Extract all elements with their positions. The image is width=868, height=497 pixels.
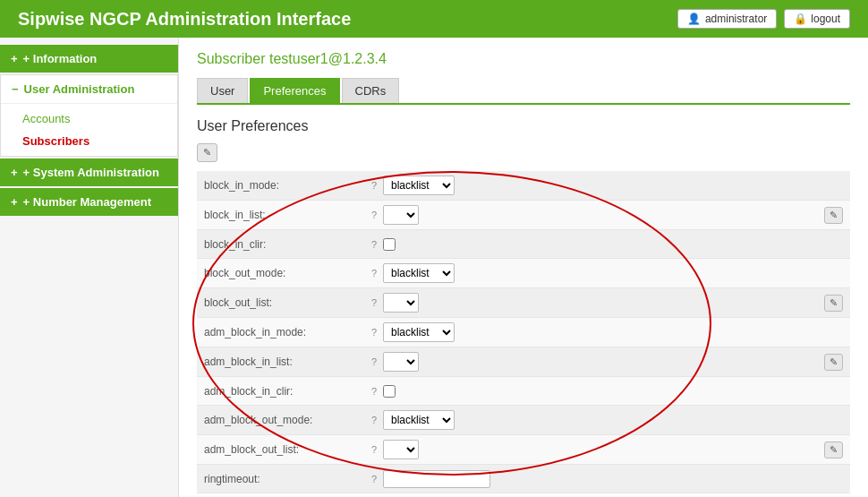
pref-help-adm-block-out-list: ? bbox=[365, 444, 383, 455]
number-mgmt-label: + Number Management bbox=[23, 195, 151, 209]
pref-control-adm-block-in-mode: blacklist whitelist bbox=[383, 322, 807, 342]
pref-help-adm-block-in-list: ? bbox=[365, 356, 383, 367]
pref-checkbox-block-in-clir[interactable] bbox=[383, 238, 396, 251]
tab-user[interactable]: User bbox=[197, 78, 248, 103]
pref-select-adm-block-out-mode[interactable]: blacklist whitelist bbox=[383, 410, 455, 430]
preferences-container: block_in_mode: ? blacklist whitelist blo… bbox=[197, 171, 850, 493]
information-label: + Information bbox=[23, 52, 98, 65]
pref-select-block-out-list[interactable] bbox=[383, 293, 419, 313]
action-btn-block-out-list[interactable]: ✎ bbox=[824, 295, 843, 312]
pref-label-adm-block-out-list: adm_block_out_list: bbox=[204, 443, 365, 456]
pref-action-adm-block-in-list: ✎ bbox=[807, 354, 843, 371]
logout-button[interactable]: 🔒 logout bbox=[784, 9, 850, 29]
tab-cdrs[interactable]: CDRs bbox=[342, 78, 400, 103]
pref-control-block-out-mode: blacklist whitelist bbox=[383, 263, 807, 283]
pref-row-adm-block-out-list: adm_block_out_list: ? ✎ bbox=[197, 435, 850, 465]
pref-row-adm-block-in-clir: adm_block_in_clir: ? bbox=[197, 377, 850, 406]
user-display: 👤 administrator bbox=[677, 9, 777, 29]
pref-control-block-in-list bbox=[383, 205, 807, 225]
pref-control-adm-block-out-mode: blacklist whitelist bbox=[383, 410, 807, 430]
pref-select-adm-block-in-mode[interactable]: blacklist whitelist bbox=[383, 322, 455, 342]
pref-label-block-out-mode: block_out_mode: bbox=[204, 267, 365, 279]
pref-row-block-in-clir: block_in_clir: ? bbox=[197, 230, 850, 259]
sidebar: + + Information − User Administration Ac… bbox=[0, 38, 179, 497]
pref-control-block-in-clir bbox=[383, 238, 807, 251]
pref-help-block-in-mode: ? bbox=[365, 180, 383, 191]
pref-select-block-out-mode[interactable]: blacklist whitelist bbox=[383, 263, 455, 283]
user-icon: 👤 bbox=[687, 13, 701, 25]
pref-select-block-in-list[interactable] bbox=[383, 205, 419, 225]
sidebar-user-admin-section: − User Administration Accounts Subscribe… bbox=[0, 74, 178, 157]
plus-icon-num: + bbox=[11, 195, 18, 209]
pref-control-block-out-list bbox=[383, 293, 807, 313]
sidebar-item-subscribers[interactable]: Subscribers bbox=[1, 130, 177, 152]
pref-row-adm-block-out-mode: adm_block_out_mode: ? blacklist whitelis… bbox=[197, 406, 850, 435]
action-btn-adm-block-in-list[interactable]: ✎ bbox=[824, 354, 843, 371]
pref-action-adm-block-out-list: ✎ bbox=[807, 441, 843, 458]
pref-help-block-out-list: ? bbox=[365, 297, 383, 308]
pref-row-block-out-list: block_out_list: ? ✎ bbox=[197, 288, 850, 318]
pref-help-block-in-list: ? bbox=[365, 210, 383, 220]
header-right: 👤 administrator 🔒 logout bbox=[677, 9, 850, 29]
pref-control-adm-block-out-list bbox=[383, 440, 807, 459]
pref-label-adm-block-in-mode: adm_block_in_mode: bbox=[204, 326, 365, 338]
pref-help-adm-block-in-clir: ? bbox=[365, 386, 383, 397]
tab-preferences[interactable]: Preferences bbox=[250, 78, 339, 103]
sidebar-item-user-administration[interactable]: − User Administration bbox=[1, 75, 177, 104]
main-layout: + + Information − User Administration Ac… bbox=[0, 38, 868, 497]
section-title: User Preferences bbox=[197, 118, 850, 134]
pref-row-block-in-mode: block_in_mode: ? blacklist whitelist bbox=[197, 171, 850, 201]
sidebar-sub-items: Accounts Subscribers bbox=[1, 104, 177, 156]
pref-row-ringtimeout: ringtimeout: ? bbox=[197, 465, 850, 493]
sidebar-item-accounts[interactable]: Accounts bbox=[1, 107, 177, 130]
pref-select-block-in-mode[interactable]: blacklist whitelist bbox=[383, 176, 455, 195]
minus-icon: − bbox=[12, 82, 19, 96]
pref-label-block-in-clir: block_in_clir: bbox=[204, 238, 365, 251]
pref-help-adm-block-in-mode: ? bbox=[365, 327, 383, 338]
subscriber-name: testuser1@1.2.3.4 bbox=[269, 51, 387, 66]
pref-row-block-out-mode: block_out_mode: ? blacklist whitelist bbox=[197, 259, 850, 288]
app-title: Sipwise NGCP Administration Interface bbox=[18, 9, 351, 30]
user-admin-label: User Administration bbox=[24, 82, 135, 96]
pref-help-block-out-mode: ? bbox=[365, 268, 383, 278]
pref-label-adm-block-in-clir: adm_block_in_clir: bbox=[204, 385, 365, 398]
username-label: administrator bbox=[705, 13, 767, 25]
pref-control-ringtimeout bbox=[383, 470, 807, 488]
pref-action-block-out-list: ✎ bbox=[807, 295, 843, 312]
pref-select-adm-block-out-list[interactable] bbox=[383, 440, 419, 459]
pref-label-ringtimeout: ringtimeout: bbox=[204, 473, 365, 485]
sidebar-item-number-management[interactable]: + + Number Management bbox=[0, 188, 178, 216]
pref-control-block-in-mode: blacklist whitelist bbox=[383, 176, 807, 195]
pref-action-block-in-list: ✎ bbox=[807, 207, 843, 224]
pref-label-block-in-list: block_in_list: bbox=[204, 209, 365, 221]
pref-row-block-in-list: block_in_list: ? ✎ bbox=[197, 201, 850, 230]
pref-label-adm-block-in-list: adm_block_in_list: bbox=[204, 356, 365, 368]
pref-select-adm-block-in-list[interactable] bbox=[383, 352, 419, 372]
action-btn-adm-block-out-list[interactable]: ✎ bbox=[824, 441, 843, 458]
action-btn-block-in-list[interactable]: ✎ bbox=[824, 207, 843, 224]
pref-label-block-out-list: block_out_list: bbox=[204, 296, 365, 309]
pref-row-adm-block-in-list: adm_block_in_list: ? ✎ bbox=[197, 347, 850, 377]
pref-help-block-in-clir: ? bbox=[365, 239, 383, 250]
pref-control-adm-block-in-list bbox=[383, 352, 807, 372]
pref-input-ringtimeout[interactable] bbox=[383, 470, 490, 488]
pref-help-adm-block-out-mode: ? bbox=[365, 415, 383, 425]
lock-icon: 🔒 bbox=[794, 13, 807, 25]
pref-checkbox-adm-block-in-clir[interactable] bbox=[383, 385, 396, 398]
edit-button[interactable]: ✎ bbox=[197, 143, 217, 162]
sidebar-item-system-administration[interactable]: + + System Administration bbox=[0, 159, 178, 186]
pref-label-adm-block-out-mode: adm_block_out_mode: bbox=[204, 414, 365, 426]
content-area: Subscriber testuser1@1.2.3.4 User Prefer… bbox=[179, 38, 868, 497]
subscriber-prefix: Subscriber bbox=[197, 51, 265, 66]
pref-control-adm-block-in-clir bbox=[383, 385, 807, 398]
subscriber-title: Subscriber testuser1@1.2.3.4 bbox=[197, 51, 850, 67]
tabs-bar: User Preferences CDRs bbox=[197, 78, 850, 105]
header: Sipwise NGCP Administration Interface 👤 … bbox=[0, 0, 868, 38]
pref-label-block-in-mode: block_in_mode: bbox=[204, 179, 365, 192]
plus-icon: + bbox=[11, 52, 18, 65]
plus-icon-sys: + bbox=[11, 166, 18, 179]
logout-label: logout bbox=[811, 13, 840, 25]
pref-row-adm-block-in-mode: adm_block_in_mode: ? blacklist whitelist bbox=[197, 318, 850, 347]
sidebar-item-information[interactable]: + + Information bbox=[0, 45, 178, 73]
system-admin-label: + System Administration bbox=[23, 166, 159, 179]
